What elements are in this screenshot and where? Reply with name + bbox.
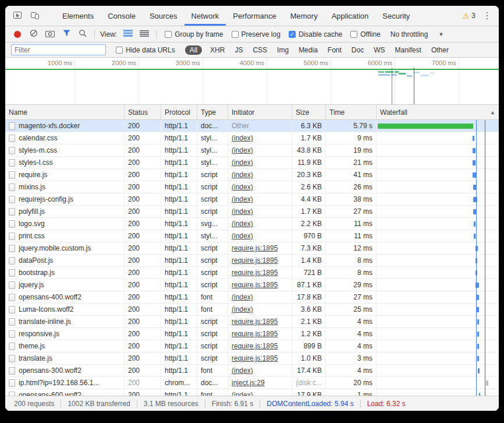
tab-console[interactable]: Console: [101, 6, 143, 26]
filter-toggle-button[interactable]: [59, 27, 74, 41]
request-initiator-link[interactable]: require.js:1895: [232, 256, 278, 265]
column-header-waterfall[interactable]: Waterfall▲: [377, 105, 499, 119]
tab-application[interactable]: Application: [325, 6, 376, 26]
request-row[interactable]: print.css200http/1.1styl...(index)970 B1…: [5, 230, 499, 242]
filter-pill-ws[interactable]: WS: [372, 45, 386, 55]
request-row[interactable]: jquery.js200http/1.1scriptrequire.js:189…: [5, 279, 499, 291]
column-header-initiator[interactable]: Initiator: [228, 105, 292, 119]
column-header-type[interactable]: Type: [197, 105, 228, 119]
filter-input[interactable]: [11, 44, 106, 55]
request-initiator-link[interactable]: (index): [232, 207, 253, 216]
column-header-name[interactable]: Name: [5, 105, 125, 119]
filter-pill-js[interactable]: JS: [233, 45, 244, 55]
tab-network[interactable]: Network: [184, 6, 226, 26]
filter-pill-other[interactable]: Other: [430, 45, 450, 55]
request-row[interactable]: styles-m.css200http/1.1styl...(index)43.…: [5, 144, 499, 157]
request-row[interactable]: logo.svg200http/1.1svg...(index)2.2 KB11…: [5, 218, 499, 230]
request-protocol: http/1.1: [161, 181, 197, 193]
tab-memory[interactable]: Memory: [283, 6, 325, 26]
device-toolbar-button[interactable]: [26, 8, 44, 24]
request-row[interactable]: translate.js200http/1.1scriptrequire.js:…: [5, 352, 499, 365]
clear-button[interactable]: [26, 27, 41, 41]
request-initiator-link[interactable]: require.js:1895: [232, 281, 278, 289]
request-row[interactable]: require.js200http/1.1script(index)20.3 K…: [5, 169, 499, 181]
request-row[interactable]: polyfill.js200http/1.1script(index)1.7 K…: [5, 206, 499, 218]
request-initiator-link[interactable]: require.js:1895: [232, 354, 278, 362]
filter-pill-all[interactable]: All: [185, 45, 202, 55]
filter-pill-img[interactable]: Img: [275, 45, 290, 55]
request-initiator-link[interactable]: (index): [232, 146, 253, 154]
filter-pill-media[interactable]: Media: [297, 45, 320, 55]
request-row[interactable]: jquery.mobile.custom.js200http/1.1script…: [5, 242, 499, 255]
checkbox-disable-cache[interactable]: ✓Disable cache: [289, 30, 342, 38]
request-row[interactable]: opensans-600.woff2200http/1.1font(index)…: [5, 389, 499, 396]
request-waterfall: [377, 132, 499, 144]
request-initiator-link[interactable]: require.js:1895: [232, 318, 278, 326]
request-initiator-link[interactable]: require.js:1895: [232, 330, 278, 338]
request-initiator-link[interactable]: require.js:1895: [232, 244, 278, 252]
request-initiator-link[interactable]: (index): [232, 391, 253, 396]
inspect-element-button[interactable]: [9, 8, 26, 24]
request-row[interactable]: responsive.js200http/1.1scriptrequire.js…: [5, 328, 499, 340]
filter-pill-doc[interactable]: Doc: [350, 45, 365, 55]
request-initiator-link[interactable]: (index): [232, 305, 253, 313]
record-button[interactable]: [10, 27, 25, 41]
tab-elements[interactable]: Elements: [55, 6, 101, 26]
request-type: script: [197, 279, 228, 291]
request-row[interactable]: magento-xfs.docker200http/1.1doc...Other…: [5, 120, 499, 132]
checkbox-group-by-frame[interactable]: Group by frame: [165, 30, 223, 38]
request-initiator-link[interactable]: (index): [232, 232, 253, 240]
column-header-protocol[interactable]: Protocol: [161, 105, 197, 119]
filter-pill-manifest[interactable]: Manifest: [393, 45, 423, 55]
column-header-size[interactable]: Size: [292, 105, 326, 119]
filter-pill-xhr[interactable]: XHR: [208, 45, 226, 55]
request-row[interactable]: styles-l.css200http/1.1styl...(index)11.…: [5, 157, 499, 169]
request-initiator-link[interactable]: (index): [232, 134, 253, 142]
filter-pill-font[interactable]: Font: [326, 45, 343, 55]
request-row[interactable]: requirejs-config.js200http/1.1script(ind…: [5, 193, 499, 206]
request-row[interactable]: ip.html?ip=192.168.56.1...200chrom...doc…: [5, 377, 499, 389]
request-row[interactable]: calendar.css200http/1.1styl...(index)1.7…: [5, 132, 499, 144]
request-row[interactable]: translate-inline.js200http/1.1scriptrequ…: [5, 316, 499, 328]
view-small-rows-button[interactable]: [120, 27, 136, 41]
request-initiator-link[interactable]: (index): [232, 171, 253, 179]
tab-security[interactable]: Security: [375, 6, 417, 26]
search-button[interactable]: [75, 27, 90, 41]
request-name-cell: print.css: [5, 230, 125, 242]
request-row[interactable]: bootstrap.js200http/1.1scriptrequire.js:…: [5, 267, 499, 279]
column-header-time[interactable]: Time: [326, 105, 377, 119]
warning-badge[interactable]: ⚠ 3: [463, 12, 475, 20]
capture-screenshots-button[interactable]: [42, 27, 58, 41]
request-row[interactable]: opensans-300.woff2200http/1.1font(index)…: [5, 365, 499, 377]
checkbox-hide-data-urls[interactable]: Hide data URLs: [116, 46, 175, 54]
timeline-overview[interactable]: 1000 ms2000 ms3000 ms4000 ms5000 ms6000 …: [5, 58, 499, 105]
request-initiator-link[interactable]: (index): [232, 195, 253, 203]
request-initiator-link[interactable]: inject.js:29: [232, 379, 265, 387]
request-time: 11 ms: [326, 230, 377, 242]
throttling-select[interactable]: No throttling ▼: [391, 30, 444, 38]
tab-performance[interactable]: Performance: [226, 6, 283, 26]
request-initiator-link[interactable]: (index): [232, 293, 253, 301]
file-icon: [9, 245, 15, 252]
request-initiator-link[interactable]: (index): [232, 220, 253, 228]
toolbar-separator: [94, 30, 95, 39]
request-initiator-link[interactable]: (index): [232, 158, 253, 167]
request-name-cell: dataPost.js: [5, 255, 125, 266]
checkbox-preserve-log[interactable]: Preserve log: [232, 30, 281, 38]
request-row[interactable]: opensans-400.woff2200http/1.1font(index)…: [5, 291, 499, 304]
request-row[interactable]: Luma-Icons.woff2200http/1.1font(index)3.…: [5, 304, 499, 316]
request-initiator-link[interactable]: (index): [232, 366, 253, 375]
request-initiator-link[interactable]: require.js:1895: [232, 269, 278, 277]
request-row[interactable]: mixins.js200http/1.1script(index)2.6 KB2…: [5, 181, 499, 193]
request-initiator-link[interactable]: (index): [232, 183, 253, 191]
kebab-menu-button[interactable]: ⋮: [482, 11, 492, 20]
filter-pill-css[interactable]: CSS: [251, 45, 269, 55]
tab-sources[interactable]: Sources: [143, 6, 184, 26]
column-header-status[interactable]: Status: [125, 105, 161, 119]
request-initiator-link[interactable]: require.js:1895: [232, 342, 278, 350]
request-row[interactable]: dataPost.js200http/1.1scriptrequire.js:1…: [5, 255, 499, 267]
file-icon: [9, 257, 15, 265]
view-overview-button[interactable]: [137, 27, 152, 41]
checkbox-offline[interactable]: Offline: [350, 30, 380, 38]
request-row[interactable]: theme.js200http/1.1scriptrequire.js:1895…: [5, 340, 499, 352]
